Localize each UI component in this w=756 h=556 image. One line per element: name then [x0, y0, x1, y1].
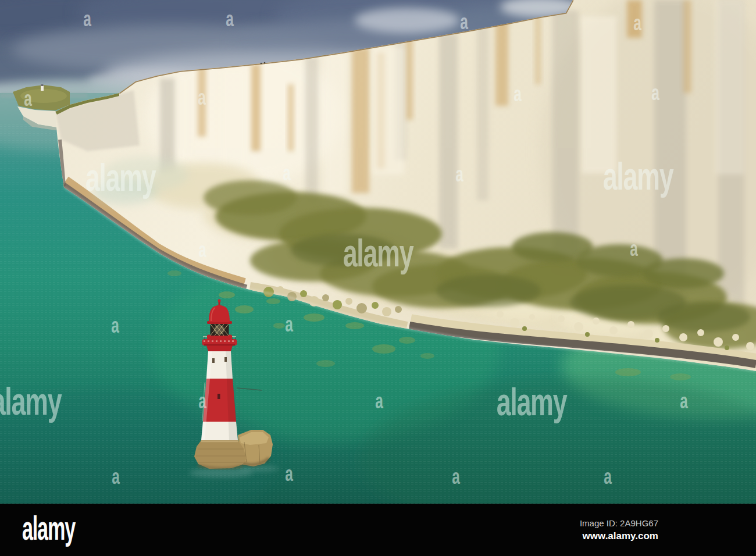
image-id-text: Image ID: 2A9HG67 [580, 517, 658, 530]
website-text: www.alamy.com [580, 530, 658, 543]
person-dot [261, 63, 262, 65]
person-dot [264, 62, 266, 64]
belle-tout-lighthouse [41, 85, 44, 91]
stock-photo-page: aaaaaaaaaaaaaaaaaaaaaalamyalamyalamyalam… [0, 0, 756, 556]
footer-info: Image ID: 2A9HG67 www.alamy.com [580, 517, 658, 543]
lighthouse-stone-base [194, 440, 247, 469]
scene-graphic [0, 0, 756, 504]
alamy-logo: alamy [22, 512, 75, 545]
photo-image: aaaaaaaaaaaaaaaaaaaaaalamyalamyalamyalam… [0, 0, 756, 504]
shallow-water [93, 179, 157, 205]
footer-bar: alamy Image ID: 2A9HG67 www.alamy.com [0, 504, 756, 556]
